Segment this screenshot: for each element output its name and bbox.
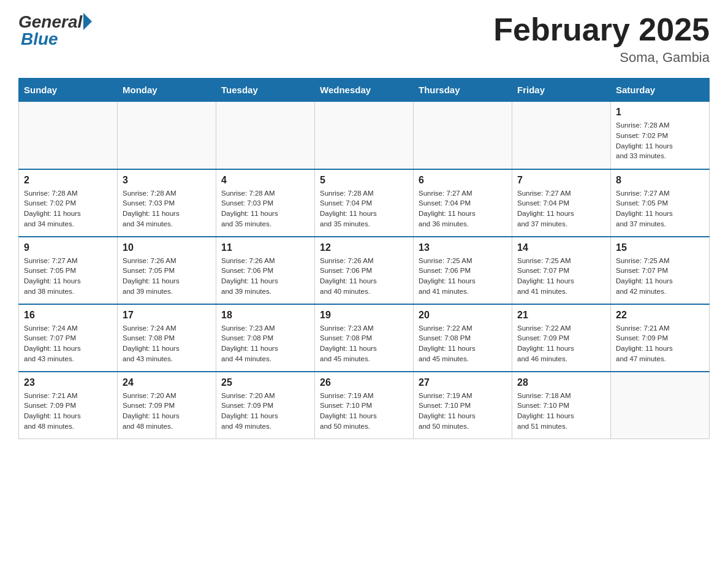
calendar-cell: 6Sunrise: 7:27 AM Sunset: 7:04 PM Daylig… — [414, 169, 512, 237]
day-info: Sunrise: 7:28 AM Sunset: 7:03 PM Dayligh… — [123, 188, 211, 229]
calendar-cell: 7Sunrise: 7:27 AM Sunset: 7:04 PM Daylig… — [512, 169, 611, 237]
day-number: 24 — [123, 377, 211, 388]
day-number: 12 — [320, 242, 408, 253]
calendar-cell: 3Sunrise: 7:28 AM Sunset: 7:03 PM Daylig… — [118, 169, 216, 237]
calendar-week-row: 1Sunrise: 7:28 AM Sunset: 7:02 PM Daylig… — [19, 102, 710, 169]
day-number: 8 — [616, 175, 704, 186]
day-number: 28 — [517, 377, 605, 388]
day-number: 16 — [24, 310, 112, 321]
calendar-week-row: 2Sunrise: 7:28 AM Sunset: 7:02 PM Daylig… — [19, 169, 710, 237]
month-year-title: February 2025 — [493, 12, 710, 47]
day-info: Sunrise: 7:28 AM Sunset: 7:04 PM Dayligh… — [320, 188, 408, 229]
calendar-cell: 19Sunrise: 7:23 AM Sunset: 7:08 PM Dayli… — [315, 304, 414, 372]
day-info: Sunrise: 7:28 AM Sunset: 7:03 PM Dayligh… — [221, 188, 309, 229]
calendar-cell: 26Sunrise: 7:19 AM Sunset: 7:10 PM Dayli… — [315, 372, 414, 439]
day-number: 2 — [24, 175, 112, 186]
logo: General Blue — [18, 12, 92, 49]
day-number: 22 — [616, 310, 704, 321]
day-number: 27 — [419, 377, 507, 388]
day-info: Sunrise: 7:23 AM Sunset: 7:08 PM Dayligh… — [320, 323, 408, 364]
day-info: Sunrise: 7:27 AM Sunset: 7:05 PM Dayligh… — [616, 188, 704, 229]
page-header: General Blue February 2025 Soma, Gambia — [18, 12, 710, 66]
calendar-header-tuesday: Tuesday — [216, 79, 315, 102]
calendar-week-row: 16Sunrise: 7:24 AM Sunset: 7:07 PM Dayli… — [19, 304, 710, 372]
calendar-cell: 9Sunrise: 7:27 AM Sunset: 7:05 PM Daylig… — [19, 237, 118, 304]
day-info: Sunrise: 7:27 AM Sunset: 7:04 PM Dayligh… — [517, 188, 605, 229]
calendar-cell: 8Sunrise: 7:27 AM Sunset: 7:05 PM Daylig… — [611, 169, 710, 237]
calendar-week-row: 9Sunrise: 7:27 AM Sunset: 7:05 PM Daylig… — [19, 237, 710, 304]
day-info: Sunrise: 7:26 AM Sunset: 7:05 PM Dayligh… — [123, 256, 211, 297]
day-number: 13 — [419, 242, 507, 253]
day-info: Sunrise: 7:27 AM Sunset: 7:05 PM Dayligh… — [24, 256, 112, 297]
calendar-cell: 16Sunrise: 7:24 AM Sunset: 7:07 PM Dayli… — [19, 304, 118, 372]
calendar-cell: 2Sunrise: 7:28 AM Sunset: 7:02 PM Daylig… — [19, 169, 118, 237]
calendar-cell: 11Sunrise: 7:26 AM Sunset: 7:06 PM Dayli… — [216, 237, 315, 304]
day-number: 14 — [517, 242, 605, 253]
calendar-header-thursday: Thursday — [414, 79, 512, 102]
day-info: Sunrise: 7:25 AM Sunset: 7:06 PM Dayligh… — [419, 256, 507, 297]
day-info: Sunrise: 7:24 AM Sunset: 7:07 PM Dayligh… — [24, 323, 112, 364]
calendar-cell: 25Sunrise: 7:20 AM Sunset: 7:09 PM Dayli… — [216, 372, 315, 439]
day-number: 26 — [320, 377, 408, 388]
calendar-header-monday: Monday — [118, 79, 216, 102]
day-info: Sunrise: 7:22 AM Sunset: 7:09 PM Dayligh… — [517, 323, 605, 364]
day-number: 18 — [221, 310, 309, 321]
day-info: Sunrise: 7:22 AM Sunset: 7:08 PM Dayligh… — [419, 323, 507, 364]
day-number: 25 — [221, 377, 309, 388]
day-info: Sunrise: 7:19 AM Sunset: 7:10 PM Dayligh… — [419, 391, 507, 432]
day-info: Sunrise: 7:25 AM Sunset: 7:07 PM Dayligh… — [517, 256, 605, 297]
day-number: 11 — [221, 242, 309, 253]
day-number: 21 — [517, 310, 605, 321]
calendar-header-row: SundayMondayTuesdayWednesdayThursdayFrid… — [19, 79, 710, 102]
calendar-cell: 17Sunrise: 7:24 AM Sunset: 7:08 PM Dayli… — [118, 304, 216, 372]
calendar-week-row: 23Sunrise: 7:21 AM Sunset: 7:09 PM Dayli… — [19, 372, 710, 439]
day-info: Sunrise: 7:18 AM Sunset: 7:10 PM Dayligh… — [517, 391, 605, 432]
calendar-cell: 22Sunrise: 7:21 AM Sunset: 7:09 PM Dayli… — [611, 304, 710, 372]
day-number: 3 — [123, 175, 211, 186]
calendar-cell: 27Sunrise: 7:19 AM Sunset: 7:10 PM Dayli… — [414, 372, 512, 439]
calendar-cell: 21Sunrise: 7:22 AM Sunset: 7:09 PM Dayli… — [512, 304, 611, 372]
calendar-cell: 13Sunrise: 7:25 AM Sunset: 7:06 PM Dayli… — [414, 237, 512, 304]
day-info: Sunrise: 7:19 AM Sunset: 7:10 PM Dayligh… — [320, 391, 408, 432]
calendar-header-friday: Friday — [512, 79, 611, 102]
logo-arrow-icon — [83, 13, 92, 30]
day-number: 4 — [221, 175, 309, 186]
calendar-cell — [118, 102, 216, 169]
calendar-cell — [216, 102, 315, 169]
calendar-cell — [414, 102, 512, 169]
day-info: Sunrise: 7:27 AM Sunset: 7:04 PM Dayligh… — [419, 188, 507, 229]
day-number: 7 — [517, 175, 605, 186]
day-info: Sunrise: 7:20 AM Sunset: 7:09 PM Dayligh… — [221, 391, 309, 432]
day-info: Sunrise: 7:24 AM Sunset: 7:08 PM Dayligh… — [123, 323, 211, 364]
calendar-cell: 10Sunrise: 7:26 AM Sunset: 7:05 PM Dayli… — [118, 237, 216, 304]
calendar-header-saturday: Saturday — [611, 79, 710, 102]
location-text: Soma, Gambia — [493, 50, 710, 66]
calendar-cell: 24Sunrise: 7:20 AM Sunset: 7:09 PM Dayli… — [118, 372, 216, 439]
day-number: 6 — [419, 175, 507, 186]
day-number: 23 — [24, 377, 112, 388]
day-info: Sunrise: 7:20 AM Sunset: 7:09 PM Dayligh… — [123, 391, 211, 432]
day-number: 20 — [419, 310, 507, 321]
calendar-cell: 14Sunrise: 7:25 AM Sunset: 7:07 PM Dayli… — [512, 237, 611, 304]
day-number: 5 — [320, 175, 408, 186]
day-number: 9 — [24, 242, 112, 253]
logo-blue-text: Blue — [21, 29, 92, 49]
calendar-cell — [611, 372, 710, 439]
title-block: February 2025 Soma, Gambia — [493, 12, 710, 66]
calendar-cell: 28Sunrise: 7:18 AM Sunset: 7:10 PM Dayli… — [512, 372, 611, 439]
day-info: Sunrise: 7:21 AM Sunset: 7:09 PM Dayligh… — [24, 391, 112, 432]
calendar-cell: 4Sunrise: 7:28 AM Sunset: 7:03 PM Daylig… — [216, 169, 315, 237]
day-number: 10 — [123, 242, 211, 253]
day-info: Sunrise: 7:28 AM Sunset: 7:02 PM Dayligh… — [616, 120, 704, 161]
day-info: Sunrise: 7:26 AM Sunset: 7:06 PM Dayligh… — [221, 256, 309, 297]
calendar-cell — [315, 102, 414, 169]
day-number: 1 — [616, 107, 704, 118]
calendar-table: SundayMondayTuesdayWednesdayThursdayFrid… — [18, 78, 710, 439]
calendar-cell: 12Sunrise: 7:26 AM Sunset: 7:06 PM Dayli… — [315, 237, 414, 304]
day-info: Sunrise: 7:23 AM Sunset: 7:08 PM Dayligh… — [221, 323, 309, 364]
day-info: Sunrise: 7:26 AM Sunset: 7:06 PM Dayligh… — [320, 256, 408, 297]
calendar-header-sunday: Sunday — [19, 79, 118, 102]
calendar-cell: 23Sunrise: 7:21 AM Sunset: 7:09 PM Dayli… — [19, 372, 118, 439]
calendar-cell: 1Sunrise: 7:28 AM Sunset: 7:02 PM Daylig… — [611, 102, 710, 169]
calendar-cell: 15Sunrise: 7:25 AM Sunset: 7:07 PM Dayli… — [611, 237, 710, 304]
